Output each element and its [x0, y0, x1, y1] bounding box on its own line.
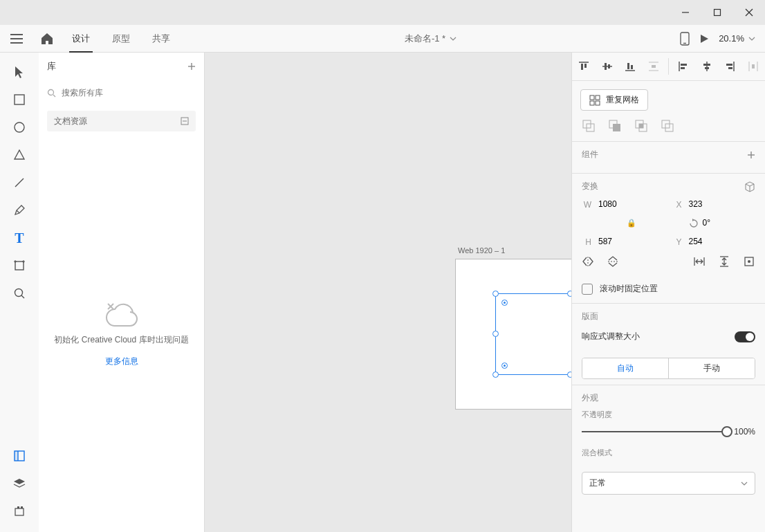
- window-titlebar: [0, 0, 765, 25]
- flip-horizontal-button[interactable]: [582, 255, 594, 268]
- chevron-down-icon: [450, 37, 457, 41]
- svg-line-28: [53, 95, 55, 97]
- resize-handle-bm[interactable]: [567, 372, 571, 378]
- document-title[interactable]: 未命名-1 *: [181, 33, 680, 45]
- rectangle-tool[interactable]: [6, 86, 33, 113]
- artboard-tool[interactable]: [6, 252, 33, 279]
- boolean-intersect-button[interactable]: [634, 119, 648, 133]
- fixed-size-button[interactable]: [743, 255, 755, 268]
- libraries-panel-button[interactable]: [6, 442, 33, 470]
- svg-rect-59: [590, 101, 594, 105]
- align-vcenter-button[interactable]: [599, 58, 616, 75]
- window-close-button[interactable]: [733, 0, 765, 25]
- width-label: W: [582, 200, 591, 210]
- svg-point-27: [48, 89, 54, 95]
- library-empty-state: 初始化 Creative Cloud 库时出现问题 更多信息: [39, 137, 204, 532]
- resize-handle-ml[interactable]: [492, 331, 499, 337]
- tab-design[interactable]: 设计: [61, 25, 101, 53]
- zoom-control[interactable]: 20.1%: [719, 33, 755, 44]
- corner-radius-handle-bl[interactable]: [501, 363, 508, 369]
- library-more-info-link[interactable]: 更多信息: [105, 356, 138, 367]
- svg-rect-20: [15, 451, 18, 461]
- svg-rect-22: [15, 508, 24, 515]
- svg-rect-64: [613, 124, 620, 131]
- resize-manual-button[interactable]: 手动: [668, 358, 755, 378]
- svg-rect-60: [596, 101, 600, 105]
- line-tool[interactable]: [6, 169, 33, 196]
- play-preview-button[interactable]: [699, 34, 709, 44]
- zoom-tool[interactable]: [6, 279, 33, 307]
- select-tool[interactable]: [6, 58, 33, 86]
- y-input[interactable]: [689, 235, 730, 248]
- home-button[interactable]: [33, 25, 61, 53]
- window-maximize-button[interactable]: [701, 0, 733, 25]
- resize-handle-tl[interactable]: [492, 291, 499, 297]
- resize-handle-bl[interactable]: [492, 372, 499, 378]
- properties-panel: 重复网格 组件 变换 W X 🔒: [571, 53, 765, 532]
- artboard-name[interactable]: Web 1920 – 1: [458, 246, 505, 255]
- text-tool[interactable]: T: [6, 224, 33, 252]
- opacity-label: 不透明度: [582, 410, 755, 420]
- pen-tool[interactable]: [6, 196, 33, 224]
- fix-position-row[interactable]: 滚动时固定位置: [572, 277, 765, 303]
- hug-width-button[interactable]: [693, 255, 706, 268]
- layout-section: 版面 响应式调整大小: [572, 303, 765, 352]
- corner-radius-handle-tl[interactable]: [501, 300, 508, 306]
- device-preview-button[interactable]: [680, 32, 690, 46]
- align-hcenter-button[interactable]: [699, 58, 715, 75]
- fix-position-checkbox[interactable]: [582, 284, 593, 295]
- cube-3d-icon[interactable]: [744, 181, 755, 192]
- distribute-h-button[interactable]: [745, 58, 762, 75]
- responsive-resize-toggle[interactable]: [735, 331, 755, 342]
- canvas[interactable]: Web 1920 – 1: [205, 53, 571, 532]
- boolean-exclude-button[interactable]: [661, 119, 674, 133]
- library-section-document-assets[interactable]: 文档资源: [47, 111, 196, 131]
- fix-position-label: 滚动时固定位置: [600, 283, 658, 295]
- library-search[interactable]: [39, 80, 204, 105]
- align-bottom-button[interactable]: [622, 58, 638, 75]
- opacity-slider-thumb[interactable]: [721, 426, 732, 437]
- boolean-subtract-button[interactable]: [608, 119, 622, 133]
- window-minimize-button[interactable]: [670, 0, 701, 25]
- opacity-slider[interactable]: [582, 431, 727, 432]
- search-icon: [47, 89, 56, 98]
- layers-panel-button[interactable]: [6, 470, 33, 497]
- alignment-row: [572, 53, 765, 81]
- svg-rect-52: [726, 64, 732, 66]
- align-left-button[interactable]: [675, 58, 692, 75]
- distribute-v-button[interactable]: [645, 58, 662, 75]
- top-bar: 设计 原型 共享 未命名-1 * 20.1%: [0, 25, 765, 53]
- library-search-input[interactable]: [62, 88, 196, 98]
- boolean-union-button[interactable]: [582, 119, 596, 133]
- align-top-button[interactable]: [575, 58, 592, 75]
- x-input[interactable]: [689, 198, 730, 211]
- svg-rect-9: [15, 95, 24, 104]
- plugins-panel-button[interactable]: [6, 497, 33, 525]
- blend-mode-value: 正常: [589, 477, 606, 489]
- svg-rect-38: [608, 64, 610, 68]
- tab-prototype[interactable]: 原型: [101, 25, 141, 53]
- svg-rect-34: [581, 64, 583, 70]
- height-input[interactable]: [598, 235, 640, 248]
- ellipse-tool[interactable]: [6, 113, 33, 141]
- hug-height-button[interactable]: [718, 255, 730, 268]
- polygon-tool[interactable]: [6, 141, 33, 169]
- flip-vertical-button[interactable]: [607, 255, 619, 268]
- repeat-grid-button[interactable]: 重复网格: [580, 89, 648, 111]
- svg-rect-53: [728, 67, 732, 69]
- rotation-input[interactable]: [703, 217, 730, 230]
- blend-mode-select[interactable]: 正常: [582, 472, 755, 495]
- width-input[interactable]: [598, 198, 640, 211]
- resize-auto-button[interactable]: 自动: [582, 358, 668, 378]
- hamburger-menu-button[interactable]: [0, 25, 33, 53]
- resize-handle-tm[interactable]: [567, 291, 571, 297]
- align-right-button[interactable]: [721, 58, 738, 75]
- svg-rect-41: [631, 65, 633, 69]
- layout-label: 版面: [582, 311, 598, 322]
- lock-aspect-icon[interactable]: 🔒: [598, 219, 665, 228]
- tab-share[interactable]: 共享: [141, 25, 181, 53]
- add-component-button[interactable]: [747, 151, 755, 159]
- svg-rect-50: [705, 67, 709, 69]
- add-library-button[interactable]: [187, 62, 196, 71]
- selected-rectangle[interactable]: [495, 293, 571, 375]
